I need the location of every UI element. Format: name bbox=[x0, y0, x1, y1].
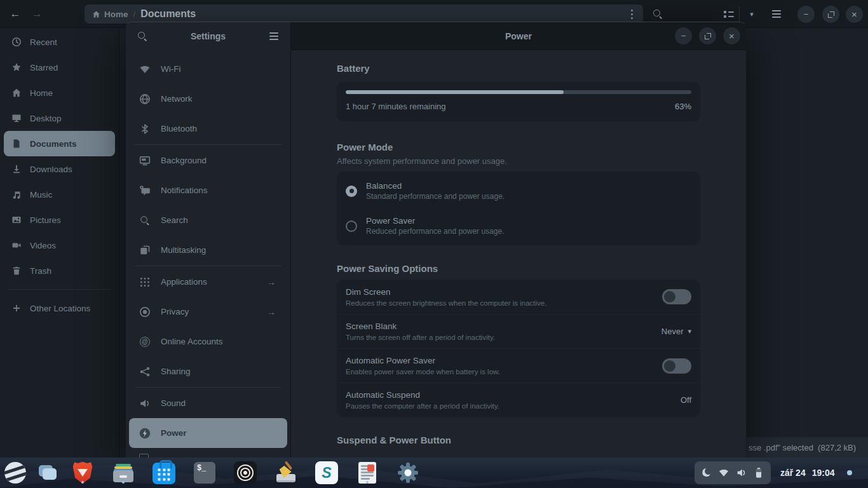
bleachbit-button[interactable] bbox=[275, 461, 297, 484]
automatic-power-saver-toggle[interactable] bbox=[662, 358, 691, 374]
speaker-icon bbox=[139, 398, 151, 409]
terminal-button[interactable]: $_ bbox=[193, 461, 216, 484]
settings-maximize-button[interactable] bbox=[699, 27, 716, 44]
settings-search-button[interactable] bbox=[133, 27, 151, 45]
sidebar-item-videos[interactable]: Videos bbox=[4, 233, 115, 258]
sidebar-item-other-locations[interactable]: Other Locations bbox=[4, 295, 115, 321]
breadcrumb-home[interactable]: Home bbox=[92, 10, 128, 19]
settings-item-sound[interactable]: Sound bbox=[129, 388, 287, 418]
sidebar-item-downloads[interactable]: Downloads bbox=[4, 156, 115, 182]
battery-remaining-label: 1 hour 7 minutes remaining bbox=[346, 102, 446, 111]
settings-item-notifications[interactable]: Notifications bbox=[129, 175, 287, 205]
settings-item-background[interactable]: Background bbox=[129, 146, 287, 175]
picture-icon bbox=[11, 215, 22, 225]
screen-blank-row: Screen Blank Turns the screen off after … bbox=[337, 314, 700, 348]
settings-gear-button[interactable] bbox=[397, 461, 419, 484]
sidebar-item-music[interactable]: Music bbox=[4, 182, 115, 207]
breadcrumb-separator: / bbox=[133, 10, 136, 19]
list-view-toggle-button[interactable] bbox=[720, 5, 738, 23]
selection-status-bar: sse .pdf” selected (827,2 kB) bbox=[738, 437, 868, 458]
wifi-icon bbox=[139, 64, 151, 75]
media-circles-app-button[interactable] bbox=[234, 461, 257, 484]
radio-selected-icon[interactable] bbox=[346, 186, 357, 197]
selection-status-text: sse .pdf” selected (827,2 kB) bbox=[749, 443, 856, 452]
sidebar-item-recent[interactable]: Recent bbox=[4, 29, 115, 55]
dim-screen-toggle[interactable] bbox=[662, 289, 691, 304]
settings-sidebar: Settings Wi-Fi Network Bluetooth bbox=[126, 22, 291, 458]
settings-menu-button[interactable] bbox=[265, 27, 283, 45]
fm-close-button[interactable]: × bbox=[846, 6, 863, 23]
settings-item-sharing[interactable]: Sharing bbox=[129, 356, 287, 386]
sidebar-item-desktop[interactable]: Desktop bbox=[4, 105, 115, 131]
search-icon bbox=[653, 9, 663, 19]
settings-item-power[interactable]: Power bbox=[129, 418, 287, 448]
file-manager-button[interactable] bbox=[112, 461, 135, 484]
automatic-suspend-row[interactable]: Automatic Suspend Pauses the computer af… bbox=[337, 383, 700, 417]
settings-item-search[interactable]: Search bbox=[129, 205, 287, 235]
settings-sidebar-header: Settings bbox=[126, 22, 290, 50]
download-icon bbox=[11, 164, 22, 174]
settings-minimize-button[interactable]: − bbox=[675, 27, 692, 44]
sidebar-item-pictures[interactable]: Pictures bbox=[4, 207, 115, 233]
window-menu-button[interactable] bbox=[768, 5, 785, 23]
view-options-caret-icon: ▾ bbox=[750, 10, 754, 18]
radio-unselected-icon[interactable] bbox=[346, 220, 357, 232]
system-tray[interactable] bbox=[695, 461, 771, 484]
close-icon: × bbox=[729, 30, 735, 41]
power-mode-option-balanced[interactable]: Balanced Standard performance and power … bbox=[337, 173, 700, 208]
fm-minimize-button[interactable]: − bbox=[797, 6, 815, 23]
forward-button[interactable]: → bbox=[28, 5, 46, 23]
music-icon bbox=[11, 189, 22, 200]
back-button[interactable]: ← bbox=[6, 5, 24, 23]
suspend-power-heading: Suspend & Power Button bbox=[337, 435, 700, 446]
volume-icon bbox=[736, 467, 747, 478]
settings-title: Settings bbox=[151, 31, 265, 41]
sidebar-item-starred[interactable]: Starred bbox=[4, 55, 115, 80]
battery-icon bbox=[753, 467, 764, 478]
taskbar: $_ S bbox=[0, 458, 868, 488]
night-mode-moon-icon bbox=[701, 467, 712, 478]
view-options-button[interactable]: ▾ bbox=[743, 5, 761, 23]
breadcrumb: Home / Documents bbox=[85, 4, 643, 24]
settings-item-applications[interactable]: Applications → bbox=[129, 267, 287, 297]
screen-blank-dropdown[interactable]: Never ▾ bbox=[661, 327, 691, 336]
battery-percent-label: 63% bbox=[675, 102, 691, 111]
settings-close-button[interactable]: × bbox=[723, 27, 740, 44]
power-mode-option-power-saver[interactable]: Power Saver Reduced performance and powe… bbox=[337, 208, 700, 243]
minimize-icon: − bbox=[804, 10, 809, 19]
automatic-suspend-value: Off bbox=[681, 395, 691, 405]
power-saving-card: Dim Screen Reduces the screen brightness… bbox=[337, 280, 700, 417]
at-icon: @ bbox=[140, 337, 150, 347]
clock[interactable]: zář 24 19:04 bbox=[780, 458, 835, 488]
settings-item-privacy[interactable]: Privacy → bbox=[129, 297, 287, 327]
settings-item-multitasking[interactable]: Multitasking bbox=[129, 235, 287, 265]
window-switcher-button[interactable] bbox=[36, 461, 59, 484]
breadcrumb-current[interactable]: Documents bbox=[140, 8, 196, 20]
notification-icon bbox=[139, 185, 151, 196]
sidebar-item-documents[interactable]: Documents bbox=[4, 131, 115, 156]
power-icon bbox=[139, 428, 151, 439]
search-icon bbox=[140, 215, 149, 225]
clock-date: zář 24 bbox=[780, 468, 806, 478]
sidebar-item-trash[interactable]: Trash bbox=[4, 258, 115, 283]
settings-item-wifi[interactable]: Wi-Fi bbox=[129, 54, 287, 84]
settings-item-bluetooth[interactable]: Bluetooth bbox=[129, 114, 287, 144]
sidebar-item-home[interactable]: Home bbox=[4, 80, 115, 105]
close-icon: × bbox=[851, 9, 857, 20]
document-viewer-button[interactable] bbox=[356, 461, 379, 484]
software-store-button[interactable] bbox=[153, 461, 175, 484]
software-store-icon bbox=[153, 463, 175, 484]
home-icon bbox=[92, 10, 100, 18]
settings-item-network[interactable]: Network bbox=[129, 84, 287, 114]
path-more-button[interactable] bbox=[626, 6, 638, 23]
fm-restore-button[interactable] bbox=[822, 6, 839, 23]
settings-item-online-accounts[interactable]: @ Online Accounts bbox=[129, 327, 287, 356]
brave-browser-button[interactable] bbox=[71, 461, 94, 484]
power-mode-card: Balanced Standard performance and power … bbox=[337, 172, 700, 245]
search-button[interactable] bbox=[649, 5, 667, 23]
zorin-menu-button[interactable] bbox=[4, 461, 27, 484]
power-saving-heading: Power Saving Options bbox=[337, 263, 700, 274]
battery-heading: Battery bbox=[337, 63, 700, 74]
clock-time: 19:04 bbox=[812, 468, 835, 478]
surfshark-button[interactable]: S bbox=[315, 461, 338, 484]
